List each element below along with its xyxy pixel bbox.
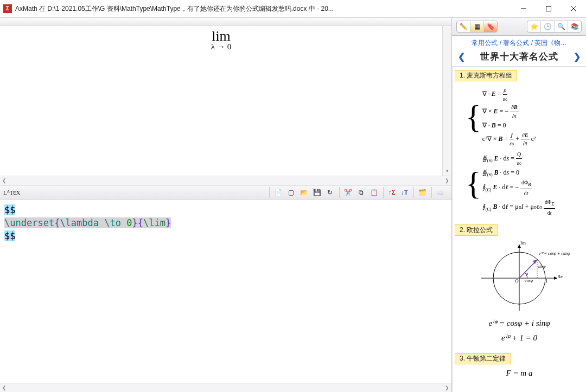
code-brace: { — [138, 217, 143, 228]
formula-list[interactable]: 1. 麦克斯韦方程组 { ∇ · E = ρε₀ ∇ × E = − ∂B∂t … — [452, 66, 586, 392]
tab-search-icon[interactable]: 🔍 — [555, 21, 568, 32]
latex-toolbar: LᴬTᴇX 📄 ▢ 📂 💾 ↻ ✂️ ⧉ 📋 ↑Σ ↓T 🗂️ ☁️ — [0, 185, 451, 200]
scroll-left-icon: ❮ — [2, 385, 7, 390]
copy-button[interactable]: ⧉ — [355, 187, 367, 198]
tab-bookmark-icon[interactable]: 🔖 — [484, 21, 497, 32]
tab-clock-icon[interactable]: 🕒 — [541, 21, 555, 32]
formula-canvas[interactable]: lim λ → 0 — [0, 26, 442, 176]
formula-preview-pane: lim λ → 0 ▾ ❮ ❯ — [0, 18, 451, 185]
sidebar-heading: 世界十大著名公式 — [480, 50, 558, 63]
save-button[interactable]: 💾 — [311, 187, 323, 198]
scroll-right-icon: ❯ — [445, 178, 449, 183]
preview-horizontal-scrollbar[interactable]: ❮ ❯ — [0, 176, 451, 185]
tab-star-icon[interactable]: ⭐ — [527, 21, 541, 32]
blank-doc-button[interactable]: ▢ — [285, 187, 297, 198]
sinphi-label: sinφ — [538, 264, 546, 269]
latex-editor[interactable]: $$ \underset{\lambda \to 0}{\lim} $$ — [0, 200, 451, 383]
window-title: AxMath 在 D:\1-2021.05工作\G 资料\MathType\Ma… — [15, 4, 511, 14]
code-brace: { — [54, 217, 60, 228]
code-brace: } — [165, 217, 171, 228]
euler-diagram[interactable]: Im Re eⁱᵠ = cosφ + isinφ sinφ cosφ O 1 φ… — [455, 236, 584, 350]
sidebar-tabs: ✏️ ▦ 🔖 ⭐ 🕒 🔍 📚 — [452, 18, 586, 36]
tab-books-icon[interactable]: 📚 — [568, 21, 581, 32]
code-to: \to — [104, 217, 126, 228]
tab-pencil-icon[interactable]: ✏️ — [457, 21, 470, 32]
close-button[interactable] — [561, 0, 586, 17]
euler-equation-1: eⁱᵠ = cosφ + i sinφ — [457, 316, 582, 331]
section-title: 1. 麦克斯韦方程组 — [455, 70, 517, 81]
scroll-down-icon: ▾ — [446, 168, 449, 173]
section-maxwell: 1. 麦克斯韦方程组 { ∇ · E = ρε₀ ∇ × E = − ∂B∂t … — [455, 70, 584, 221]
code-zero: 0 — [126, 217, 132, 228]
refresh-button[interactable]: ↻ — [324, 187, 336, 198]
latex-label: LᴬTᴇX — [3, 189, 20, 196]
app-icon: Σ — [3, 4, 12, 13]
sigma-up-button[interactable]: ↑Σ — [386, 187, 397, 198]
code-underset: \underset — [4, 217, 54, 228]
one-label: 1 — [545, 278, 548, 284]
code-brace: } — [132, 217, 137, 228]
section-newton: 3. 牛顿第二定律 F = m a — [455, 353, 584, 382]
euler-equation-2: eⁱᵖ + 1 = 0 — [457, 331, 582, 345]
cosphi-label: cosφ — [525, 278, 533, 283]
paste-button[interactable]: 📋 — [368, 187, 380, 198]
maxwell-equations[interactable]: { ∇ · E = ρε₀ ∇ × E = − ∂B∂t ∇ · B = 0 c… — [455, 81, 584, 221]
formula-limit: lim — [211, 29, 231, 43]
text-down-button[interactable]: ↓T — [399, 187, 410, 198]
scroll-right-icon: ❯ — [445, 385, 449, 390]
new-doc-button[interactable]: 📄 — [272, 187, 284, 198]
code-lim: \lim — [143, 217, 165, 228]
axis-re-label: Re — [557, 274, 563, 279]
axis-im-label: Im — [520, 240, 526, 246]
library-button[interactable]: 🗂️ — [416, 187, 428, 198]
eiphi-label: eⁱᵠ = cosφ + isinφ — [539, 251, 570, 256]
section-euler: 2. 欧拉公式 — [455, 224, 584, 350]
minimize-button[interactable] — [511, 0, 536, 17]
cut-button[interactable]: ✂️ — [342, 187, 354, 198]
sidebar: ✏️ ▦ 🔖 ⭐ 🕒 🔍 📚 常用公式 / 著名公式 / 英国《物... ❮ 世… — [452, 18, 586, 392]
tab-grid-icon[interactable]: ▦ — [470, 21, 484, 32]
maximize-button[interactable] — [536, 0, 561, 17]
preview-vertical-scrollbar[interactable]: ▾ — [442, 26, 451, 176]
sidebar-breadcrumb[interactable]: 常用公式 / 著名公式 / 英国《物... — [452, 36, 586, 50]
code-lambda: \lambda — [60, 217, 104, 228]
editor-horizontal-scrollbar[interactable]: ❮ ❯ — [0, 383, 451, 392]
section-title: 3. 牛顿第二定律 — [455, 353, 511, 364]
nav-prev-button[interactable]: ❮ — [456, 52, 466, 62]
origin-label: O — [515, 278, 519, 284]
titlebar: Σ AxMath 在 D:\1-2021.05工作\G 资料\MathType\… — [0, 0, 586, 18]
preview-header — [0, 18, 451, 26]
nav-next-button[interactable]: ❯ — [572, 52, 582, 62]
open-button[interactable]: 📂 — [298, 187, 310, 198]
cloud-button[interactable]: ☁️ — [434, 187, 446, 198]
code-dollars-open: $$ — [4, 204, 15, 215]
section-title: 2. 欧拉公式 — [455, 224, 498, 236]
svg-rect-1 — [546, 7, 551, 11]
scroll-left-icon: ❮ — [2, 178, 7, 183]
code-dollars-close: $$ — [4, 230, 15, 241]
formula-subscript: λ → 0 — [211, 42, 231, 52]
sidebar-nav: ❮ 世界十大著名公式 ❯ — [452, 50, 586, 66]
newton-equation[interactable]: F = m a — [455, 364, 584, 382]
